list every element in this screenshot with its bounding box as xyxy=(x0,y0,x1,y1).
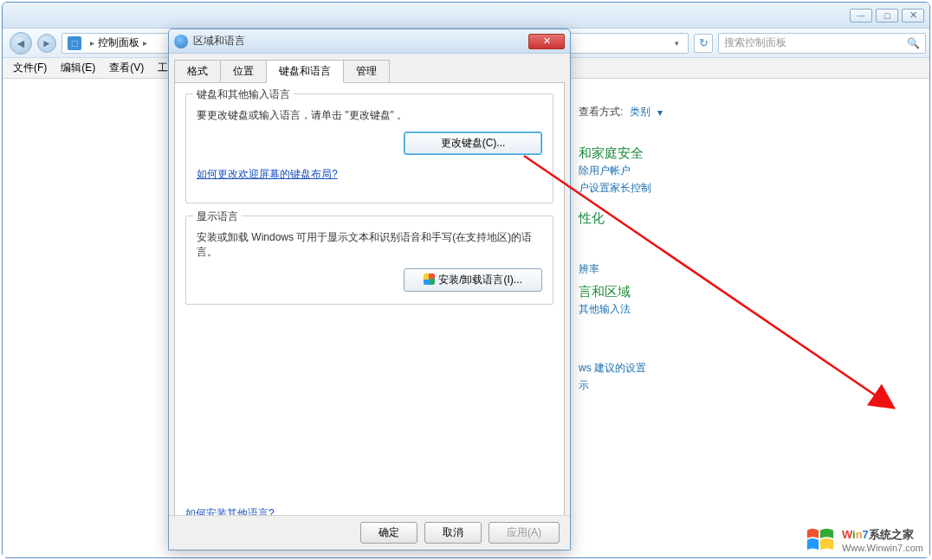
category-block: 辨率 xyxy=(579,261,599,278)
search-icon: 🔍 xyxy=(907,37,920,49)
view-dropdown-icon[interactable]: ▾ xyxy=(657,106,663,119)
search-box[interactable]: 搜索控制面板 🔍 xyxy=(718,33,926,54)
category-block: 和家庭安全除用户帐户户设置家长控制 xyxy=(579,145,651,196)
ok-button[interactable]: 确定 xyxy=(360,522,417,544)
view-mode: 查看方式: 类别 ▾ xyxy=(579,105,663,119)
tab-0[interactable]: 格式 xyxy=(174,60,221,83)
category-link[interactable]: 除用户帐户 xyxy=(579,162,651,179)
dialog-titlebar: 区域和语言 ✕ xyxy=(169,29,570,54)
globe-icon xyxy=(174,35,188,48)
tab-3[interactable]: 管理 xyxy=(343,60,390,83)
nav-back-button[interactable]: ◄ xyxy=(10,32,32,55)
nav-forward-button[interactable]: ► xyxy=(37,34,56,53)
category-link[interactable]: ws 建议的设置 xyxy=(579,359,646,377)
refresh-button[interactable]: ↻ xyxy=(694,34,713,53)
group-keyboard-text: 要更改键盘或输入语言，请单击 "更改键盘" 。 xyxy=(197,108,542,123)
group-display-language-text: 安装或卸载 Windows 可用于显示文本和识别语音和手写(在支持地区)的语言。 xyxy=(197,230,542,260)
tab-2[interactable]: 键盘和语言 xyxy=(266,60,344,83)
address-dropdown-icon[interactable]: ▾ xyxy=(671,39,683,48)
watermark-text: Win7系统之家 Www.Winwin7.com xyxy=(842,527,923,553)
maximize-button[interactable]: ▢ xyxy=(876,9,898,23)
dialog-button-row: 确定 取消 应用(A) xyxy=(169,515,570,550)
tab-strip: 格式位置键盘和语言管理 xyxy=(169,54,570,82)
tab-panel-keyboard-language: 键盘和其他输入语言 要更改键盘或输入语言，请单击 "更改键盘" 。 更改键盘(C… xyxy=(174,82,565,532)
group-display-language: 显示语言 安装或卸载 Windows 可用于显示文本和识别语音和手写(在支持地区… xyxy=(185,216,553,305)
minimize-button[interactable]: — xyxy=(850,9,872,23)
group-display-language-label: 显示语言 xyxy=(193,209,242,224)
category-title[interactable]: 言和区域 xyxy=(579,284,631,300)
watermark: Win7系统之家 Www.Winwin7.com xyxy=(804,525,923,555)
group-keyboard-label: 键盘和其他输入语言 xyxy=(193,87,294,102)
category-title[interactable]: 性化 xyxy=(579,210,605,227)
category-title[interactable]: 和家庭安全 xyxy=(579,145,651,162)
uac-shield-icon xyxy=(424,274,435,285)
view-label: 查看方式: xyxy=(579,105,623,119)
breadcrumb-root[interactable]: 控制面板 xyxy=(98,35,139,50)
category-link[interactable]: 示 xyxy=(579,377,646,394)
close-button[interactable]: ✕ xyxy=(902,9,924,23)
dialog-close-button[interactable]: ✕ xyxy=(528,34,565,49)
windows-logo-icon xyxy=(804,525,837,555)
menu-file[interactable]: 文件(F) xyxy=(6,59,54,77)
view-value[interactable]: 类别 xyxy=(630,105,650,119)
category-link[interactable]: 辨率 xyxy=(579,261,599,278)
menu-edit[interactable]: 编辑(E) xyxy=(54,59,102,77)
window-titlebar: — ▢ ✕ xyxy=(3,3,929,29)
cancel-button[interactable]: 取消 xyxy=(424,522,482,544)
group-keyboard: 键盘和其他输入语言 要更改键盘或输入语言，请单击 "更改键盘" 。 更改键盘(C… xyxy=(185,93,553,203)
change-keyboard-button[interactable]: 更改键盘(C)... xyxy=(404,132,542,155)
category-block: 性化 xyxy=(579,210,605,227)
install-uninstall-language-button[interactable]: 安装/卸载语言(I)... xyxy=(404,268,542,292)
category-block: ws 建议的设置示 xyxy=(579,359,646,394)
region-language-dialog: 区域和语言 ✕ 格式位置键盘和语言管理 键盘和其他输入语言 要更改键盘或输入语言… xyxy=(168,29,571,550)
category-link[interactable]: 其他输入法 xyxy=(579,300,631,318)
category-link[interactable]: 户设置家长控制 xyxy=(579,179,651,196)
breadcrumb-sep-icon: ▸ xyxy=(90,38,94,48)
breadcrumb-sep-icon: ▸ xyxy=(143,38,147,48)
tab-1[interactable]: 位置 xyxy=(220,60,267,83)
search-placeholder: 搜索控制面板 xyxy=(724,35,786,50)
keyboard-layout-help-link[interactable]: 如何更改欢迎屏幕的键盘布局? xyxy=(197,168,338,180)
menu-view[interactable]: 查看(V) xyxy=(102,59,151,77)
apply-button[interactable]: 应用(A) xyxy=(489,522,560,544)
control-panel-icon: ⬚ xyxy=(68,36,81,50)
category-block: 言和区域其他输入法 xyxy=(579,284,631,318)
dialog-title: 区域和语言 xyxy=(193,34,245,48)
